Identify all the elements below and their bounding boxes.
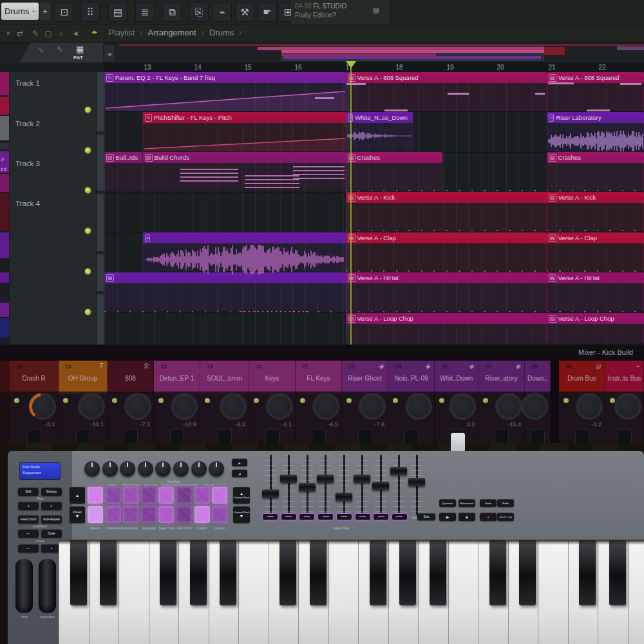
pad-r1-5[interactable] [158, 487, 174, 504]
clip-verse-a-808-squared[interactable]: ▤Verse A - 808 Squared [346, 72, 547, 83]
mixer-strip-keys[interactable]: 20Keys-2.1 [249, 361, 296, 451]
mixer-strip-detun-ep-1[interactable]: 18Detun..EP 1-10.9 [154, 361, 200, 451]
playlist-button[interactable]: ▤ [108, 2, 128, 22]
add-pattern-button[interactable]: + [40, 3, 50, 20]
track-mute-led[interactable] [85, 147, 91, 153]
track-mute-led[interactable] [85, 309, 91, 315]
move-button-right[interactable]: ▸ [232, 459, 247, 466]
black-key[interactable] [70, 540, 87, 605]
fader-cap-4[interactable] [317, 475, 334, 483]
mixer-strip-fl-keys[interactable]: 21FL Keys-6.5 [296, 361, 342, 451]
pad-r2-3[interactable] [123, 506, 138, 523]
left-button-settings[interactable]: Settings [41, 488, 62, 496]
strip-led[interactable] [205, 398, 210, 403]
strip-pan-knob[interactable] [614, 393, 641, 420]
track-mute-led[interactable] [85, 107, 91, 113]
rotary-knob-4[interactable] [138, 461, 153, 477]
black-key[interactable] [279, 540, 296, 605]
clip-unnamed[interactable]: » [143, 232, 346, 243]
fader-cap-8[interactable] [390, 467, 407, 475]
mixer-strip-down-[interactable]: 29Down.. [525, 361, 551, 451]
strip-pan-knob[interactable] [405, 393, 432, 420]
record-button[interactable]: ● [480, 513, 497, 521]
strip-pan-knob[interactable] [124, 393, 151, 420]
track-scrollbar[interactable] [97, 72, 104, 345]
close-icon[interactable]: × [3, 28, 14, 39]
clip-crashes[interactable]: ▤Crashes [346, 152, 442, 163]
patcher-button[interactable]: ⧉ [162, 2, 182, 22]
automation-clips-icon[interactable]: ✎ [57, 45, 63, 54]
left-button-scale[interactable]: Scale [41, 529, 62, 538]
mixer-strip-808[interactable]: 179:808-7.3 [108, 361, 154, 451]
track-name-1[interactable]: Track 1 [15, 79, 40, 87]
pad-r2-7[interactable] [194, 506, 210, 523]
clip-verse-a-hihat[interactable]: ▤Verse A - HiHat [346, 272, 547, 283]
typing-keyboard-panel-button[interactable]: ⊡ [55, 2, 74, 22]
preview-icon[interactable]: ◄ [70, 28, 81, 39]
strip-led[interactable] [254, 398, 259, 403]
select-icon[interactable]: ▢ [43, 28, 54, 39]
strip-pan-knob[interactable] [171, 393, 198, 420]
black-key[interactable] [430, 540, 446, 605]
mixer-strip-nois-pl-09[interactable]: 24◈Nois..PL-09 [388, 361, 435, 451]
black-key[interactable] [220, 540, 236, 605]
black-key[interactable] [310, 540, 327, 605]
track-mute-led[interactable] [85, 269, 91, 274]
fader-cap-1[interactable] [262, 489, 279, 498]
white-key[interactable] [118, 540, 149, 644]
clip-build-chords[interactable]: ▤Build Chords [143, 152, 346, 163]
strip-led[interactable] [14, 398, 19, 403]
left-button-fixed-chord[interactable]: Fixed Chord [18, 515, 39, 524]
pattern-clips-icon[interactable]: ▦ [76, 44, 84, 54]
pad-r2-6[interactable] [176, 506, 192, 523]
mod-wheel[interactable] [39, 559, 56, 613]
pad-r2-1[interactable] [88, 506, 103, 523]
strip-pan-knob[interactable] [576, 393, 603, 420]
white-key[interactable] [448, 540, 478, 644]
black-key[interactable] [519, 540, 536, 605]
mixer-strip-riser-atory[interactable]: 26◈Riser..atory-15.4 [478, 361, 525, 451]
strip-pan-knob[interactable] [312, 393, 339, 420]
strip-pan-knob[interactable] [220, 393, 247, 420]
strip-led[interactable] [564, 398, 569, 403]
strip-pan-knob[interactable] [359, 393, 386, 420]
mixer-strip-drum-bus[interactable]: 30◎Drum Bus-3.2 [559, 361, 605, 451]
collapse-arrow-button[interactable]: ◂ [104, 45, 114, 62]
fader-mode-button-5[interactable] [336, 513, 352, 520]
fader-cap-2[interactable] [280, 475, 297, 483]
transport-metronome-button[interactable]: Metronome [459, 499, 475, 507]
fader-cap-3[interactable] [299, 483, 316, 491]
strip-pan-knob[interactable] [266, 393, 293, 420]
strip-pan-knob[interactable] [521, 393, 548, 420]
left-button--[interactable]: ◂ [18, 502, 39, 510]
track-name-3[interactable]: Track 3 [15, 160, 40, 167]
mixer-button[interactable]: ≣ [135, 2, 155, 22]
fader-cap-9[interactable] [408, 478, 425, 486]
rotary-knob-1[interactable] [84, 461, 100, 477]
transport-undo-button[interactable]: Undo [480, 499, 497, 507]
breadcrumb-item-playlist[interactable]: Playlist [108, 28, 135, 37]
left-button--[interactable]: ▸ [41, 502, 62, 510]
pitch-wheel[interactable] [15, 559, 33, 613]
clip-verse-a-808-squared[interactable]: ▤Verse A - 808 Squared [547, 72, 644, 83]
clip-pitchshifter-fl-keys-pitch[interactable]: ∿PitchShifter - FL Keys - Pitch [143, 112, 346, 123]
slide-icon[interactable]: ✎ [30, 28, 41, 39]
white-key[interactable] [328, 540, 359, 644]
mixer-strip-oh-group[interactable]: 16ŦOH Group-10.1 [59, 361, 108, 451]
clip-riser-laboratory[interactable]: »Riser Laboratory [547, 112, 644, 123]
strip-pan-knob[interactable] [495, 393, 522, 420]
transport-quantise-button[interactable]: Quantise [439, 499, 456, 507]
strip-led[interactable] [346, 398, 352, 403]
breadcrumb-item-drums[interactable]: Drums [209, 28, 234, 37]
white-key[interactable] [628, 540, 644, 644]
pad-r1-3[interactable] [123, 487, 138, 504]
track-mute-led[interactable] [85, 187, 91, 193]
timeline-ruler[interactable] [104, 62, 644, 72]
rotary-knob-2[interactable] [102, 461, 118, 477]
rotary-knob-7[interactable] [191, 461, 207, 477]
strip-pan-knob[interactable] [78, 393, 105, 420]
black-key[interactable] [489, 540, 506, 605]
move-button-left[interactable]: ◂ [232, 469, 247, 477]
tools-button[interactable]: ⚒ [235, 2, 254, 22]
pad-r1-8[interactable] [212, 487, 227, 504]
